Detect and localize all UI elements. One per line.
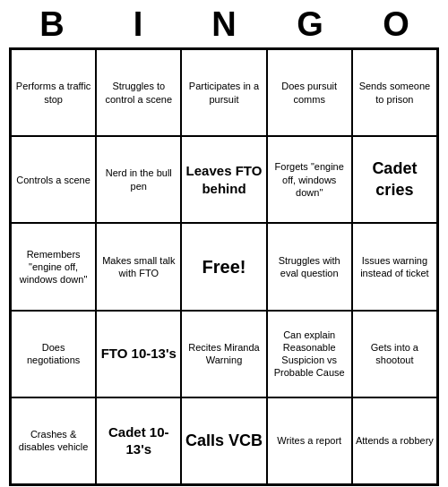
bingo-cell-23[interactable]: Writes a report (267, 397, 352, 484)
bingo-cell-10[interactable]: Remembers "engine off, windows down" (11, 223, 96, 310)
bingo-cell-6[interactable]: Nerd in the bull pen (96, 136, 181, 223)
bingo-letter-b: B (12, 5, 92, 44)
bingo-cell-21[interactable]: Cadet 10-13's (96, 397, 181, 484)
bingo-letter-n: N (184, 5, 264, 44)
bingo-cell-13[interactable]: Struggles with eval question (267, 223, 352, 310)
bingo-cell-19[interactable]: Gets into a shootout (352, 311, 437, 397)
bingo-cell-1[interactable]: Struggles to control a scene (96, 49, 181, 136)
bingo-letter-i: I (98, 5, 178, 44)
bingo-letter-o: O (356, 5, 436, 44)
bingo-grid: Performs a traffic stopStruggles to cont… (9, 47, 439, 486)
bingo-cell-2[interactable]: Participates in a pursuit (181, 49, 266, 136)
bingo-cell-17[interactable]: Recites Miranda Warning (181, 311, 266, 397)
bingo-cell-24[interactable]: Attends a robbery (352, 397, 437, 484)
bingo-cell-11[interactable]: Makes small talk with FTO (96, 223, 181, 310)
bingo-cell-22[interactable]: Calls VCB (181, 397, 266, 484)
bingo-cell-9[interactable]: Cadet cries (352, 136, 437, 223)
bingo-cell-18[interactable]: Can explain Reasonable Suspicion vs Prob… (267, 311, 352, 397)
bingo-cell-16[interactable]: FTO 10-13's (96, 311, 181, 397)
bingo-cell-7[interactable]: Leaves FTO behind (181, 136, 266, 223)
bingo-header: BINGO (9, 0, 439, 47)
bingo-cell-20[interactable]: Crashes & disables vehicle (11, 397, 96, 484)
bingo-cell-3[interactable]: Does pursuit comms (267, 49, 352, 136)
bingo-cell-4[interactable]: Sends someone to prison (352, 49, 437, 136)
bingo-cell-5[interactable]: Controls a scene (11, 136, 96, 223)
bingo-cell-14[interactable]: Issues warning instead of ticket (352, 223, 437, 310)
bingo-cell-8[interactable]: Forgets "engine off, windows down" (267, 136, 352, 223)
bingo-cell-12[interactable]: Free! (181, 223, 266, 310)
bingo-cell-15[interactable]: Does negotiations (11, 311, 96, 397)
bingo-cell-0[interactable]: Performs a traffic stop (11, 49, 96, 136)
bingo-letter-g: G (270, 5, 350, 44)
